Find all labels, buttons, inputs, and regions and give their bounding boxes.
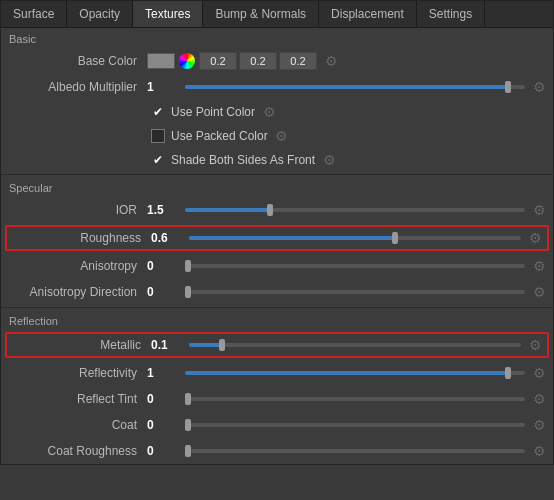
reflectivity-gear[interactable]: ⚙ [529,365,549,381]
section-reflection: Reflection [1,310,553,330]
coat-gear[interactable]: ⚙ [529,417,549,433]
metallic-gear[interactable]: ⚙ [525,337,545,353]
color-swatch[interactable] [147,53,175,69]
section-specular: Specular [1,177,553,197]
color-wheel-icon[interactable] [179,53,195,69]
row-metallic: Metallic 0.1 ⚙ [5,332,549,358]
use-packed-color-gear[interactable]: ⚙ [272,128,292,144]
tab-displacement[interactable]: Displacement [319,1,417,27]
shade-both-sides-check: ✔ [151,153,165,167]
row-use-packed-color: Use Packed Color ⚙ [1,124,553,148]
row-albedo-multiplier: Albedo Multiplier 1 ⚙ [1,74,553,100]
roughness-slider[interactable] [189,231,521,245]
use-point-color-label[interactable]: Use Point Color [171,105,255,119]
row-shade-both-sides: ✔ Shade Both Sides As Front ⚙ [1,148,553,172]
coat-slider[interactable] [185,418,525,432]
metallic-value: 0.1 [149,338,189,352]
use-packed-color-label[interactable]: Use Packed Color [171,129,268,143]
row-base-color: Base Color ⚙ [1,48,553,74]
tab-bump-normals[interactable]: Bump & Normals [203,1,319,27]
anisotropy-slider[interactable] [185,259,525,273]
row-anisotropy: Anisotropy 0 ⚙ [1,253,553,279]
use-point-color-check: ✔ [151,105,165,119]
anisotropy-direction-value: 0 [145,285,185,299]
tab-bar: Surface Opacity Textures Bump & Normals … [1,1,553,28]
coat-value: 0 [145,418,185,432]
reflect-tint-label: Reflect Tint [5,392,145,406]
albedo-label: Albedo Multiplier [5,80,145,94]
tab-textures[interactable]: Textures [133,1,203,27]
ior-label: IOR [5,203,145,217]
coat-roughness-gear[interactable]: ⚙ [529,443,549,459]
coat-label: Coat [5,418,145,432]
coat-roughness-value: 0 [145,444,185,458]
anisotropy-direction-label: Anisotropy Direction [5,285,145,299]
roughness-value: 0.6 [149,231,189,245]
use-point-color-gear[interactable]: ⚙ [259,104,279,120]
anisotropy-gear[interactable]: ⚙ [529,258,549,274]
albedo-value: 1 [145,80,185,94]
roughness-label: Roughness [9,231,149,245]
albedo-gear[interactable]: ⚙ [529,79,549,95]
reflectivity-value: 1 [145,366,185,380]
row-coat-roughness: Coat Roughness 0 ⚙ [1,438,553,464]
divider-specular-reflection [1,307,553,308]
row-coat: Coat 0 ⚙ [1,412,553,438]
base-color-value [145,53,199,69]
row-reflect-tint: Reflect Tint 0 ⚙ [1,386,553,412]
row-anisotropy-direction: Anisotropy Direction 0 ⚙ [1,279,553,305]
reflect-tint-gear[interactable]: ⚙ [529,391,549,407]
use-packed-color-checkbox[interactable] [151,129,165,143]
anisotropy-value: 0 [145,259,185,273]
tab-settings[interactable]: Settings [417,1,485,27]
row-reflectivity: Reflectivity 1 ⚙ [1,360,553,386]
metallic-label: Metallic [9,338,149,352]
anisotropy-label: Anisotropy [5,259,145,273]
reflect-tint-slider[interactable] [185,392,525,406]
main-panel: Surface Opacity Textures Bump & Normals … [0,0,554,465]
row-ior: IOR 1.5 ⚙ [1,197,553,223]
tab-surface[interactable]: Surface [1,1,67,27]
reflectivity-slider[interactable] [185,366,525,380]
anisotropy-direction-slider[interactable] [185,285,525,299]
tab-opacity[interactable]: Opacity [67,1,133,27]
base-color-label: Base Color [5,54,145,68]
shade-both-sides-gear[interactable]: ⚙ [319,152,339,168]
albedo-slider[interactable] [185,80,525,94]
section-basic: Basic [1,28,553,48]
anisotropy-direction-gear[interactable]: ⚙ [529,284,549,300]
ior-value: 1.5 [145,203,185,217]
reflectivity-label: Reflectivity [5,366,145,380]
ior-slider[interactable] [185,203,525,217]
coat-roughness-label: Coat Roughness [5,444,145,458]
base-color-b[interactable] [279,52,317,70]
row-roughness: Roughness 0.6 ⚙ [5,225,549,251]
row-use-point-color: ✔ Use Point Color ⚙ [1,100,553,124]
base-color-r[interactable] [199,52,237,70]
divider-basic-specular [1,174,553,175]
ior-gear[interactable]: ⚙ [529,202,549,218]
base-color-gear[interactable]: ⚙ [321,53,341,69]
base-color-g[interactable] [239,52,277,70]
shade-both-sides-label[interactable]: Shade Both Sides As Front [171,153,315,167]
reflect-tint-value: 0 [145,392,185,406]
coat-roughness-slider[interactable] [185,444,525,458]
base-color-inputs [199,52,317,70]
roughness-gear[interactable]: ⚙ [525,230,545,246]
metallic-slider[interactable] [189,338,521,352]
